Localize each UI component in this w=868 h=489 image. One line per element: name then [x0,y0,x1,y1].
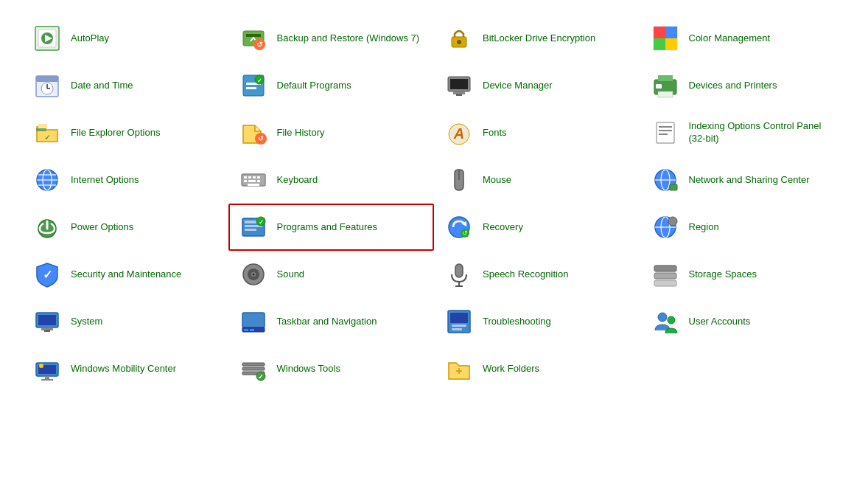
svg-rect-51 [248,176,251,178]
mouse-icon [444,165,474,195]
item-storage-spaces[interactable]: Storage Spaces [640,251,847,298]
svg-rect-67 [245,229,256,231]
date-time-icon [32,71,62,100]
svg-rect-40 [657,122,674,143]
recovery-label[interactable]: Recovery [483,221,523,234]
item-fonts[interactable]: AFonts [434,109,640,156]
bitlocker-label[interactable]: BitLocker Drive Encryption [483,32,595,45]
item-color-management[interactable]: Color Management [640,15,847,62]
svg-rect-88 [654,280,676,286]
item-file-explorer[interactable]: ✓File Explorer Options [22,109,228,156]
indexing-icon [651,118,680,148]
item-bitlocker[interactable]: BitLocker Drive Encryption [434,15,640,62]
item-taskbar-navigation[interactable]: Taskbar and Navigation [228,298,435,345]
sound-label[interactable]: Sound [277,268,305,281]
color-management-label[interactable]: Color Management [689,32,771,45]
storage-spaces-label[interactable]: Storage Spaces [689,268,757,281]
item-mouse[interactable]: Mouse [434,156,640,204]
item-device-manager[interactable]: Device Manager [434,62,640,109]
item-default-programs[interactable]: ✓Default Programs [228,62,435,109]
svg-rect-41 [659,126,672,128]
troubleshooting-label[interactable]: Troubleshooting [483,316,551,328]
file-explorer-label[interactable]: File Explorer Options [71,127,160,139]
item-keyboard[interactable]: Keyboard [228,156,435,204]
svg-point-101 [658,313,667,322]
item-autoplay[interactable]: AutoPlay [22,15,228,62]
speech-recognition-label[interactable]: Speech Recognition [483,268,568,281]
indexing-label[interactable]: Indexing Options Control Panel (32-bit) [689,120,836,145]
svg-rect-34 [36,128,46,131]
svg-rect-52 [253,176,256,178]
svg-rect-93 [242,313,265,327]
keyboard-label[interactable]: Keyboard [277,174,318,187]
svg-rect-54 [244,180,247,182]
svg-rect-53 [257,176,260,178]
item-programs-features[interactable]: ✓Programs and Features [228,204,435,251]
item-internet-options[interactable]: Internet Options [22,156,228,204]
windows-mobility-icon [32,354,62,384]
svg-rect-31 [658,91,673,97]
item-security-maintenance[interactable]: ✓Security and Maintenance [22,251,228,298]
fonts-label[interactable]: Fonts [483,127,507,139]
autoplay-icon [32,24,62,53]
svg-text:A: A [453,125,464,142]
item-speech-recognition[interactable]: Speech Recognition [434,251,640,298]
security-maintenance-icon: ✓ [32,260,62,289]
programs-features-label[interactable]: Programs and Features [277,221,378,234]
svg-rect-57 [248,184,259,186]
autoplay-label[interactable]: AutoPlay [71,32,109,45]
taskbar-navigation-icon [239,307,268,336]
date-time-label[interactable]: Date and Time [71,80,133,92]
item-region[interactable]: Region [640,204,847,251]
item-system[interactable]: System [22,298,228,345]
windows-tools-label[interactable]: Windows Tools [277,363,340,375]
device-manager-label[interactable]: Device Manager [483,80,553,92]
default-programs-label[interactable]: Default Programs [277,80,351,92]
recovery-icon: ↺ [444,212,474,242]
svg-rect-108 [242,363,265,366]
backup-restore-label[interactable]: Backup and Restore (Windows 7) [277,32,420,45]
taskbar-navigation-label[interactable]: Taskbar and Navigation [277,316,377,328]
system-label[interactable]: System [71,316,102,328]
svg-rect-42 [659,130,672,131]
item-network-sharing[interactable]: Network and Sharing Center [640,156,847,204]
item-power-options[interactable]: Power Options [22,204,228,251]
items-grid: AutoPlay↺Backup and Restore (Windows 7)B… [22,15,846,392]
bitlocker-icon [444,24,474,53]
svg-rect-87 [654,273,676,279]
region-label[interactable]: Region [689,221,719,234]
item-windows-tools[interactable]: ✓Windows Tools [228,345,435,392]
power-options-label[interactable]: Power Options [71,221,133,234]
empty-cell [640,345,847,392]
item-date-time[interactable]: Date and Time [22,62,228,109]
internet-options-icon [32,165,62,195]
item-user-accounts[interactable]: User Accounts [640,298,847,345]
internet-options-label[interactable]: Internet Options [71,174,139,187]
item-backup-restore[interactable]: ↺Backup and Restore (Windows 7) [228,15,435,62]
svg-rect-98 [450,313,468,323]
item-windows-mobility[interactable]: Windows Mobility Center [22,345,228,392]
security-maintenance-label[interactable]: Security and Maintenance [71,268,181,281]
item-sound[interactable]: Sound [228,251,435,298]
item-work-folders[interactable]: Work Folders [434,345,640,392]
file-history-label[interactable]: File History [277,127,325,139]
network-sharing-label[interactable]: Network and Sharing Center [689,174,810,187]
mouse-label[interactable]: Mouse [483,174,511,187]
svg-rect-100 [452,328,462,330]
work-folders-label[interactable]: Work Folders [483,363,539,375]
svg-text:↺: ↺ [462,229,468,237]
device-manager-icon [444,71,474,100]
user-accounts-label[interactable]: User Accounts [689,316,751,328]
item-recovery[interactable]: ↺Recovery [434,204,640,251]
item-file-history[interactable]: ↺File History [228,109,435,156]
devices-printers-label[interactable]: Devices and Printers [689,80,777,92]
svg-rect-99 [452,325,466,327]
item-troubleshooting[interactable]: Troubleshooting [434,298,640,345]
svg-text:↺: ↺ [258,135,264,142]
item-indexing[interactable]: Indexing Options Control Panel (32-bit) [640,109,847,156]
svg-rect-83 [455,264,463,277]
item-devices-printers[interactable]: Devices and Printers [640,62,847,109]
windows-mobility-label[interactable]: Windows Mobility Center [71,363,176,375]
programs-features-icon: ✓ [239,212,268,242]
file-history-icon: ↺ [239,118,268,148]
